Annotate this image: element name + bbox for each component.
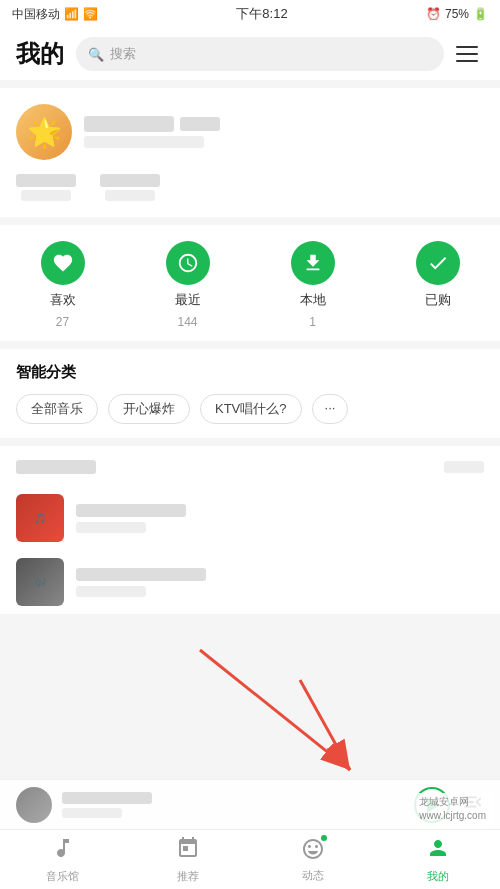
tab-bar: 音乐馆 推荐 动态 我的 [0,829,500,889]
stat-followers[interactable] [100,174,160,201]
playlist-name [76,504,186,517]
tab-music-hall[interactable]: 音乐馆 [0,836,125,884]
tag-all-music[interactable]: 全部音乐 [16,394,98,424]
avatar[interactable]: 🌟 [16,104,72,160]
tag-more[interactable]: ··· [312,394,349,424]
bought-label: 已购 [425,291,451,309]
svg-line-2 [300,680,350,770]
recent-more-button[interactable] [444,461,484,473]
profile-section: 🌟 [0,88,500,217]
profile-name [84,116,174,132]
playlist-subtitle [76,522,146,533]
action-recent[interactable]: 最近 144 [166,241,210,329]
tab-dynamic[interactable]: 动态 [250,837,375,883]
status-time: 下午8:12 [236,5,287,23]
smart-category: 智能分类 全部音乐 开心爆炸 KTV唱什么? ··· [0,349,500,438]
playlist-name [76,568,206,581]
music-hall-icon [51,836,75,866]
action-bought[interactable]: 已购 [416,241,460,329]
status-bar: 中国移动 📶 🛜 下午8:12 ⏰ 75% 🔋 [0,0,500,28]
dynamic-notification-dot [321,835,327,841]
profile-subtitle [84,136,204,148]
playlist-thumbnail: 🎵 [16,494,64,542]
player-artist [62,808,122,818]
local-count: 1 [309,315,316,329]
playlist-subtitle [76,586,146,597]
mine-icon [426,836,450,866]
action-like[interactable]: 喜欢 27 [41,241,85,329]
recent-section: 🎵 🎶 [0,446,500,614]
search-icon: 🔍 [88,47,104,62]
profile-badge [180,117,220,131]
playlist-list: 🎵 🎶 [16,486,484,614]
search-placeholder: 搜索 [110,45,136,63]
player-song-name [62,792,152,804]
followers-count [100,174,160,187]
tab-mine[interactable]: 我的 [375,836,500,884]
tab-mine-label: 我的 [427,869,449,884]
stat-following[interactable] [16,174,76,201]
tab-recommend[interactable]: 推荐 [125,836,250,884]
like-label: 喜欢 [50,291,76,309]
recent-label: 最近 [175,291,201,309]
svg-line-1 [200,650,350,770]
recent-section-title [16,460,96,474]
page-title: 我的 [16,38,64,70]
playlist-info [76,568,484,597]
profile-stats [16,174,484,201]
local-label: 本地 [300,291,326,309]
following-count [16,174,76,187]
bought-icon [416,241,460,285]
playlist-thumbnail: 🎶 [16,558,64,606]
category-tags: 全部音乐 开心爆炸 KTV唱什么? ··· [16,394,484,424]
local-icon [291,241,335,285]
smart-category-title: 智能分类 [16,363,484,382]
tab-dynamic-label: 动态 [302,868,324,883]
profile-info [84,116,484,148]
avatar-image: 🌟 [27,116,62,149]
like-count: 27 [56,315,69,329]
action-local[interactable]: 本地 1 [291,241,335,329]
tab-music-hall-label: 音乐馆 [46,869,79,884]
recent-count: 144 [177,315,197,329]
watermark: 龙城安卓网 www.lcjrtg.com [413,793,492,825]
recommend-icon [176,836,200,866]
tab-recommend-label: 推荐 [177,869,199,884]
playlist-info [76,504,484,533]
followers-label [105,190,155,201]
status-battery: ⏰ 75% 🔋 [426,7,488,21]
player-album-art [16,787,52,823]
menu-button[interactable] [456,40,484,68]
status-carrier: 中国移动 📶 🛜 [12,6,98,23]
tag-ktv[interactable]: KTV唱什么? [200,394,302,424]
quick-actions: 喜欢 27 最近 144 本地 1 已购 [0,225,500,341]
search-bar[interactable]: 🔍 搜索 [76,37,444,71]
following-label [21,190,71,201]
tag-happy[interactable]: 开心爆炸 [108,394,190,424]
like-icon [41,241,85,285]
playlist-item[interactable]: 🎵 [16,486,484,550]
recent-icon [166,241,210,285]
header: 我的 🔍 搜索 [0,28,500,80]
playlist-item[interactable]: 🎶 [16,550,484,614]
player-info [62,792,404,818]
